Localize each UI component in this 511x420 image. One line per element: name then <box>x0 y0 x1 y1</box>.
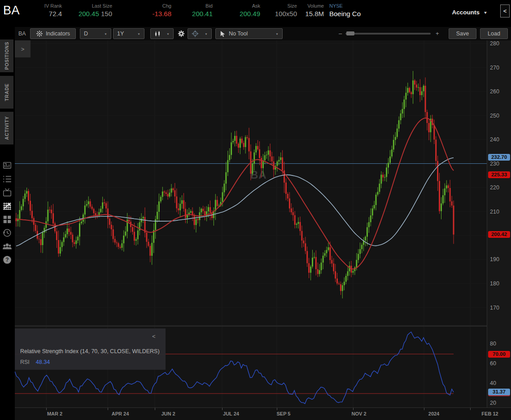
rsi-study-title: Relative Strength Index (14, 70, 30, CLO… <box>20 348 160 354</box>
watchlist-icon[interactable] <box>2 174 12 184</box>
panel-expander-button[interactable]: > <box>15 40 31 57</box>
follow-feed-icon[interactable] <box>2 241 12 251</box>
zoom-slider-track[interactable] <box>345 33 431 35</box>
stat-iv-rank: IV Rank 72.4 <box>31 3 62 18</box>
range-dropdown[interactable]: 1Y ▼ <box>113 28 144 39</box>
ma-slow-line <box>16 158 454 246</box>
price-tick-label: 280 <box>490 40 499 47</box>
crosshair-dropdown[interactable]: ▼ <box>188 28 212 39</box>
crosshair-icon <box>192 30 199 37</box>
quote-header: BA IV Rank 72.4 Last Size 200.45 150 Chg… <box>0 0 511 27</box>
load-button[interactable]: Load <box>480 28 508 39</box>
chart-page-icon[interactable] <box>2 201 12 211</box>
chevron-down-icon: ▼ <box>483 11 488 15</box>
ma-fast-badge: 225.33 <box>488 171 510 178</box>
price-tick-label: 190 <box>490 256 499 262</box>
rsi-upper-badge: 70.00 <box>488 351 510 358</box>
rsi-panel[interactable]: < Relative Strength Index (14, 70, 30, C… <box>15 327 487 407</box>
rsi-tick-label: 80 <box>490 341 496 347</box>
help-icon[interactable]: ? <box>2 255 12 265</box>
price-tick-label: 220 <box>490 184 499 191</box>
history-icon[interactable] <box>2 228 12 238</box>
exchange-label: NYSE <box>329 3 361 9</box>
chevron-down-icon: ▼ <box>104 32 107 35</box>
chart-region: > BA < Relative Strength Index (14, 70, … <box>15 40 511 420</box>
company-name: Boeing Co <box>329 10 361 18</box>
time-tick-mark <box>424 408 424 410</box>
indicators-button[interactable]: Indicators <box>30 28 76 39</box>
zoom-slider-handle[interactable] <box>346 31 354 35</box>
price-tick-label: 180 <box>490 280 499 287</box>
save-button[interactable]: Save <box>449 28 476 39</box>
time-axis-label: 2024 <box>428 411 439 416</box>
time-tick-mark <box>277 408 277 410</box>
chevron-left-icon: < <box>503 8 507 14</box>
chevron-down-icon: ▼ <box>275 32 279 35</box>
time-tick-mark <box>222 408 223 410</box>
screener-tv-icon[interactable] <box>2 188 12 197</box>
last-price-badge: 200.42 <box>488 231 510 238</box>
gear-icon <box>177 30 185 38</box>
chart-settings-button[interactable] <box>175 28 187 39</box>
candlestick-type-icon <box>154 31 161 37</box>
quote-board-icon[interactable] <box>2 161 12 171</box>
stat-bid: Bid 200.41 <box>179 3 213 18</box>
chart-toolbar: BA Indicators D ▼ 1Y ▼ ▼ <box>15 27 511 40</box>
indicators-sparkle-icon <box>36 30 43 37</box>
zoom-in-button[interactable]: + <box>436 30 439 37</box>
company-block: NYSE Boeing Co <box>329 3 361 18</box>
price-series-svg: BA <box>15 40 487 325</box>
rsi-last-badge: 31.37 <box>488 389 510 395</box>
rsi-tick-label: 60 <box>490 360 496 367</box>
symbol-title: BA <box>3 4 20 18</box>
price-tick-label: 260 <box>490 88 499 95</box>
chevron-right-icon: > <box>21 46 25 52</box>
time-tick-mark <box>470 408 471 410</box>
time-axis-label: APR 24 <box>112 411 129 416</box>
toolbar-symbol-tab[interactable]: BA <box>18 31 26 37</box>
stat-volume: Volume 15.8M <box>301 3 324 18</box>
chevron-down-icon: ▼ <box>137 32 140 35</box>
stat-last-size: Last Size 200.45 150 <box>67 3 112 18</box>
price-tick-label: 230 <box>490 161 499 167</box>
rsi-legend-overlay: < Relative Strength Index (14, 70, 30, C… <box>15 328 166 370</box>
rsi-tick-label: 20 <box>490 400 496 406</box>
price-chart[interactable]: > BA <box>15 40 487 325</box>
trading-app: BA IV Rank 72.4 Last Size 200.45 150 Chg… <box>0 0 511 420</box>
sidebar-tab-activity[interactable]: ACTIVITY <box>0 112 13 144</box>
collapse-panel-button[interactable]: < <box>500 4 510 18</box>
price-tick-label: 170 <box>490 305 499 311</box>
time-tick-mark <box>108 408 108 410</box>
time-tick-mark <box>353 408 354 410</box>
time-axis[interactable]: MAR 2APR 24JUN 2JUL 24SEP 5NOV 22024FEB … <box>15 407 511 420</box>
sidebar-tab-trade[interactable]: TRADE <box>0 76 13 109</box>
stat-chg: Chg -13.68 <box>135 3 171 18</box>
time-axis-label: FEB 12 <box>481 411 498 416</box>
time-axis-label: JUN 2 <box>161 411 175 416</box>
zoom-out-button[interactable]: – <box>339 30 342 37</box>
chevron-down-icon: ▼ <box>205 32 208 35</box>
stat-size: Size 100x50 <box>269 3 297 18</box>
grid-pages-icon[interactable] <box>2 214 12 224</box>
price-tick-label: 250 <box>490 113 499 119</box>
ma-slow-badge: 232.70 <box>488 154 510 161</box>
time-tick-mark <box>46 408 47 410</box>
time-axis-label: JUL 24 <box>223 411 239 416</box>
stat-ask: Ask 200.49 <box>224 3 260 18</box>
time-axis-label: MAR 2 <box>47 411 62 416</box>
price-tick-label: 270 <box>490 65 499 71</box>
time-tick-mark <box>155 408 155 410</box>
drawing-tool-dropdown[interactable]: No Tool ▼ <box>215 28 283 39</box>
left-sidebar: POSITIONS TRADE ACTIVITY <box>0 27 15 420</box>
chevron-down-icon: ▼ <box>166 32 170 35</box>
rsi-tick-label: 40 <box>490 380 496 386</box>
cursor-icon <box>219 31 225 37</box>
rsi-current-value: 48.34 <box>36 359 50 365</box>
sidebar-tab-positions[interactable]: POSITIONS <box>0 39 13 72</box>
chart-type-dropdown[interactable]: ▼ <box>150 28 174 39</box>
price-axis[interactable]: 2802702602502402302202101901801708060402… <box>487 40 511 407</box>
accounts-dropdown[interactable]: Accounts▼ <box>452 9 488 16</box>
price-tick-label: 240 <box>490 136 499 143</box>
timeframe-dropdown[interactable]: D ▼ <box>80 28 111 39</box>
collapse-study-icon[interactable]: < <box>152 333 156 340</box>
